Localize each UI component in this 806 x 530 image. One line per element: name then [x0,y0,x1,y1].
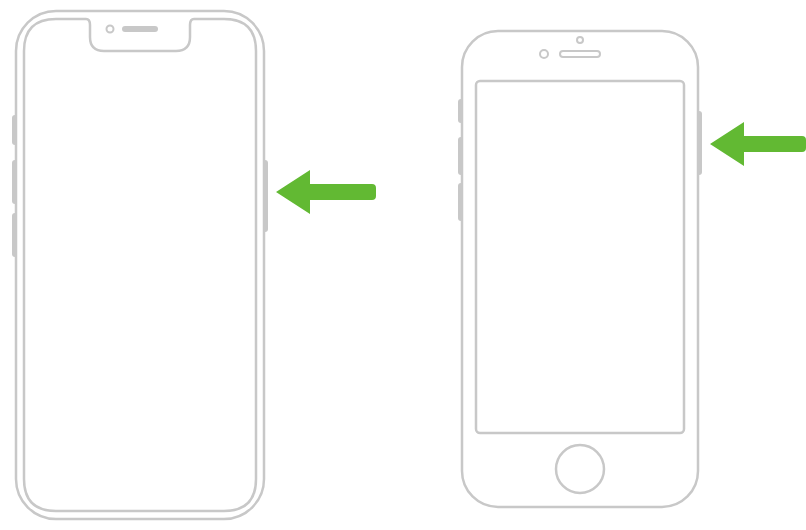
arrow-icon [706,120,806,168]
arrow-to-side-button-homebutton [706,120,806,172]
phone-faceid-svg [10,5,270,525]
phone-homebutton-svg [456,25,704,513]
phone-screen-outline [476,81,684,433]
phone-homebutton [456,25,704,517]
diagram-canvas [0,0,806,530]
arrow-to-side-button-faceid [272,168,376,220]
phone-body [16,11,264,519]
home-button [556,445,604,493]
earpiece-speaker [122,26,158,32]
arrow-icon [272,168,376,216]
phone-faceid [10,5,270,529]
